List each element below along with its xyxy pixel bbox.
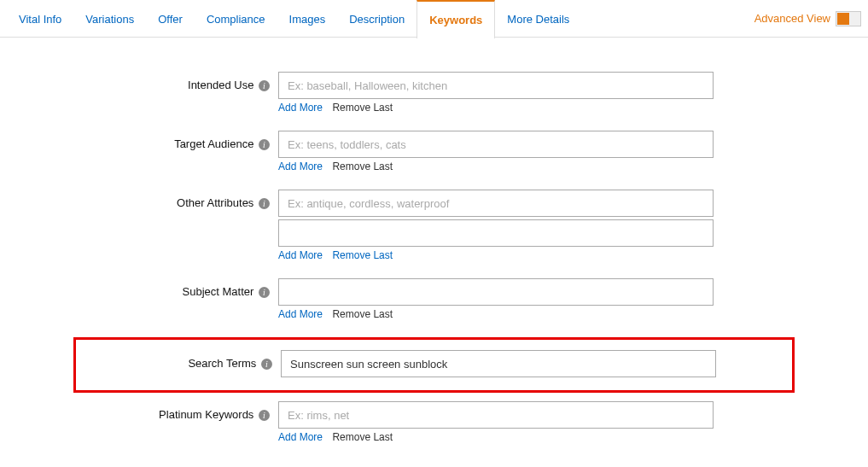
remove-last-link: Remove Last: [332, 308, 393, 320]
search-terms-input[interactable]: [281, 350, 716, 377]
tab-keywords[interactable]: Keywords: [417, 0, 495, 38]
form-area: Intended Use i Add More Remove Last Targ…: [0, 38, 868, 467]
tab-description[interactable]: Description: [337, 0, 417, 38]
label-target-audience: Target Audience i: [77, 131, 278, 150]
row-search-terms: Search Terms i: [73, 337, 795, 393]
row-subject-matter: Subject Matter i Add More Remove Last: [77, 278, 791, 332]
remove-last-link: Remove Last: [332, 161, 393, 172]
tab-compliance[interactable]: Compliance: [195, 0, 277, 38]
advanced-view-top: Advanced View: [754, 11, 861, 26]
info-icon[interactable]: i: [259, 80, 270, 91]
remove-last-link[interactable]: Remove Last: [332, 249, 393, 261]
subject-matter-input[interactable]: [278, 278, 714, 306]
tab-more-details[interactable]: More Details: [495, 0, 581, 38]
add-more-link[interactable]: Add More: [278, 249, 323, 261]
advanced-view-label: Advanced View: [754, 12, 830, 25]
tab-variations[interactable]: Variations: [73, 0, 146, 38]
add-more-link[interactable]: Add More: [278, 308, 323, 320]
target-audience-input[interactable]: [278, 131, 714, 158]
info-icon[interactable]: i: [259, 198, 270, 209]
tab-images[interactable]: Images: [277, 0, 338, 38]
add-more-link[interactable]: Add More: [278, 102, 323, 114]
label-platinum-keywords: Platinum Keywords i: [77, 401, 278, 421]
platinum-keywords-input[interactable]: [278, 401, 714, 429]
info-icon[interactable]: i: [259, 139, 270, 150]
remove-last-link: Remove Last: [332, 431, 393, 443]
info-icon[interactable]: i: [259, 287, 270, 298]
info-icon[interactable]: i: [259, 410, 270, 421]
info-icon[interactable]: i: [261, 359, 272, 370]
row-other-attributes: Other Attributes i Add More Remove Last: [77, 190, 791, 273]
row-intended-use: Intended Use i Add More Remove Last: [77, 72, 791, 126]
row-platinum-keywords: Platinum Keywords i Add More Remove Last: [77, 401, 791, 455]
add-more-link[interactable]: Add More: [278, 431, 323, 443]
advanced-view-toggle[interactable]: [836, 11, 861, 26]
label-search-terms: Search Terms i: [79, 350, 281, 370]
tab-bar: Vital Info Variations Offer Compliance I…: [0, 0, 868, 38]
other-attributes-input-1[interactable]: [278, 190, 714, 217]
label-subject-matter: Subject Matter i: [77, 278, 278, 298]
intended-use-input[interactable]: [278, 72, 714, 99]
tab-offer[interactable]: Offer: [146, 0, 195, 38]
remove-last-link: Remove Last: [332, 102, 393, 114]
add-more-link[interactable]: Add More: [278, 161, 323, 172]
label-intended-use: Intended Use i: [77, 72, 278, 91]
tab-vital-info[interactable]: Vital Info: [7, 0, 73, 38]
label-other-attributes: Other Attributes i: [77, 190, 278, 209]
other-attributes-input-2[interactable]: [278, 219, 714, 247]
row-target-audience: Target Audience i Add More Remove Last: [77, 131, 791, 184]
